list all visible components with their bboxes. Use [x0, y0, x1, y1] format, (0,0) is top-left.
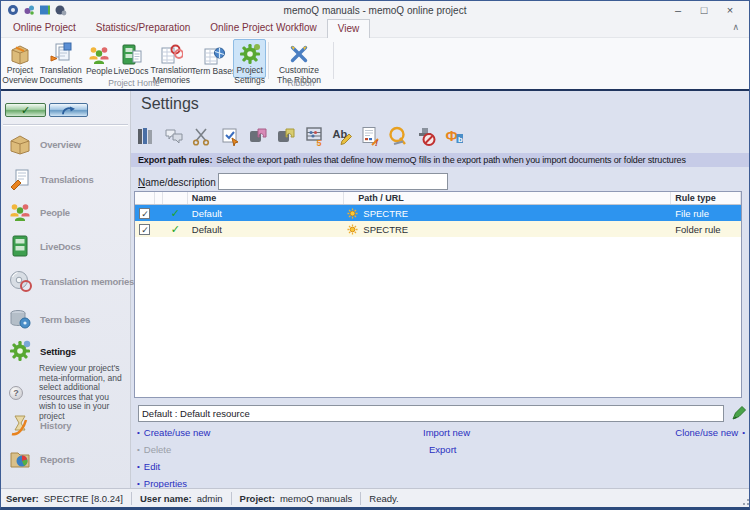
- ribbon-button-translation-documents[interactable]: TranslationDocuments: [38, 39, 84, 78]
- font-substitution-icon[interactable]: Φb: [442, 124, 466, 148]
- bullet-icon: •: [137, 479, 140, 488]
- sidebar-item-translation-memories[interactable]: Translation memories: [7, 269, 134, 293]
- project-label: Project:: [240, 493, 275, 504]
- reports-icon: [7, 448, 32, 471]
- name-description-input[interactable]: [218, 173, 448, 190]
- maximize-button[interactable]: □: [691, 2, 717, 19]
- sidebar-item-overview[interactable]: Overview: [7, 132, 81, 156]
- ribbon-group-label: Project Home: [1, 78, 267, 88]
- import-new-link[interactable]: Import new: [423, 427, 470, 438]
- tab-view[interactable]: View: [327, 19, 371, 38]
- collapse-ribbon-icon[interactable]: ∧: [732, 23, 739, 32]
- project-settings-icon: [238, 42, 262, 66]
- bullet-icon: •: [742, 428, 745, 437]
- term-bases-icon: [202, 42, 226, 67]
- tab-online-project-workflow[interactable]: Online Project Workflow: [200, 19, 327, 37]
- curved-arrow-icon: [60, 105, 77, 116]
- ribbon-button-project-settings[interactable]: ProjectSettings: [233, 39, 266, 78]
- ribbon-button-customize-ribbon[interactable]: CustomizeThe Ribbon: [272, 39, 326, 78]
- settings-icon: [7, 340, 32, 363]
- ribbon-button-project-overview[interactable]: ProjectOverview: [3, 39, 37, 78]
- status-separator: [360, 492, 361, 505]
- apply-button[interactable]: ✓: [5, 103, 46, 117]
- people-icon: [7, 201, 32, 224]
- ribbon-button-translation-memories[interactable]: TranslationMemories: [148, 39, 194, 78]
- row-checkbox[interactable]: ✓: [139, 224, 150, 235]
- table-header: Name Path / URL Rule type: [135, 192, 741, 205]
- edit-resource-icon[interactable]: [731, 405, 747, 421]
- translations-icon: [7, 168, 32, 191]
- ribbon-tabs: Online Project Statistics/Preparation On…: [1, 19, 749, 37]
- table-row[interactable]: ✓ ✓ Default SPECTRE Folder rule: [135, 221, 741, 237]
- segmentation-rules-icon[interactable]: [190, 124, 214, 148]
- minimize-button[interactable]: –: [665, 2, 691, 19]
- ribbon: ProjectOverview TranslationDocuments Peo…: [1, 37, 749, 89]
- delete-link[interactable]: •Delete: [137, 444, 171, 455]
- svg-text:5: 5: [317, 138, 322, 147]
- sidebar-item-history[interactable]: History: [7, 413, 71, 437]
- quick-access-toolbar: [1, 4, 67, 17]
- column-header-name[interactable]: Name: [188, 192, 344, 204]
- ribbon-button-people[interactable]: People: [85, 39, 114, 78]
- term-bases-icon: [7, 308, 32, 331]
- sidebar-item-reports[interactable]: Reports: [7, 447, 75, 471]
- sidebar-item-settings[interactable]: Settings: [7, 339, 76, 363]
- tm-settings-icon[interactable]: [246, 124, 270, 148]
- edit-link[interactable]: •Edit: [137, 461, 160, 472]
- communication-settings-icon[interactable]: [162, 124, 186, 148]
- sidebar-item-translations[interactable]: Translations: [7, 167, 94, 191]
- quick-settings-icon[interactable]: [22, 4, 35, 17]
- sidebar: ✓ Overview Translations People LiveDocs …: [1, 91, 131, 488]
- refresh-button[interactable]: [49, 103, 88, 117]
- row-checkbox[interactable]: ✓: [139, 208, 150, 219]
- name-description-label: Name/description: [138, 177, 216, 188]
- clone-use-new-link[interactable]: Clone/use new•: [675, 427, 745, 438]
- close-button[interactable]: ×: [717, 2, 743, 19]
- bullet-icon: •: [137, 462, 140, 471]
- quick-options-icon[interactable]: [54, 4, 67, 17]
- non-translatable-lists-icon[interactable]: Ab: [330, 124, 354, 148]
- column-header-path-url[interactable]: Path / URL: [344, 192, 671, 204]
- tab-statistics-preparation[interactable]: Statistics/Preparation: [86, 19, 201, 37]
- export-link[interactable]: Export: [429, 444, 456, 455]
- translation-memories-icon: [159, 42, 183, 66]
- page-title: Settings: [141, 95, 199, 113]
- auto-translation-rules-icon[interactable]: 5: [302, 124, 326, 148]
- translation-documents-icon: [49, 42, 73, 66]
- category-description: Select the export path rules that define…: [216, 155, 685, 165]
- svg-text:b: b: [458, 135, 463, 144]
- livedocs-icon: [119, 42, 143, 67]
- ribbon-group-separator: [268, 42, 269, 79]
- resize-grip[interactable]: [740, 496, 750, 506]
- lqa-models-icon[interactable]: [386, 124, 410, 148]
- column-header-rule-type[interactable]: Rule type: [671, 192, 741, 204]
- overview-icon: [7, 133, 32, 156]
- svg-text:Φ: Φ: [446, 127, 458, 144]
- ignore-lists-icon[interactable]: [414, 124, 438, 148]
- settings-category-toolbar: 5 Ab ! Φb: [134, 124, 466, 148]
- check-icon: ✓: [21, 105, 30, 115]
- create-use-new-link[interactable]: •Create/use new: [137, 427, 210, 438]
- quick-book-icon[interactable]: [38, 4, 51, 17]
- livedocs-settings-icon[interactable]: [274, 124, 298, 148]
- ribbon-group-label: Ribbon: [270, 78, 332, 88]
- ribbon-button-livedocs[interactable]: LiveDocs: [114, 39, 147, 78]
- server-resource-icon: [347, 224, 358, 235]
- export-path-rules-icon[interactable]: !: [358, 124, 382, 148]
- sidebar-item-livedocs[interactable]: LiveDocs: [7, 234, 81, 258]
- ribbon-button-term-bases[interactable]: Term Bases: [195, 39, 232, 78]
- table-row[interactable]: ✓ ✓ Default SPECTRE File rule: [135, 205, 741, 221]
- default-check-icon: ✓: [163, 205, 188, 221]
- user-name-label: User name:: [140, 493, 192, 504]
- memoq-logo-icon[interactable]: [6, 4, 19, 17]
- help-icon: ?: [9, 386, 23, 400]
- status-bar: Server: SPECTRE [8.0.24] User name: admi…: [1, 488, 750, 507]
- sidebar-item-people[interactable]: People: [7, 200, 70, 224]
- project-value: memoQ manuals: [280, 493, 352, 504]
- translation-memories-icon: [7, 270, 32, 293]
- sidebar-item-term-bases[interactable]: Term bases: [7, 307, 90, 331]
- qa-settings-icon[interactable]: [218, 124, 242, 148]
- server-resource-icon: [347, 208, 358, 219]
- tab-online-project[interactable]: Online Project: [3, 19, 86, 37]
- general-settings-icon[interactable]: [134, 124, 158, 148]
